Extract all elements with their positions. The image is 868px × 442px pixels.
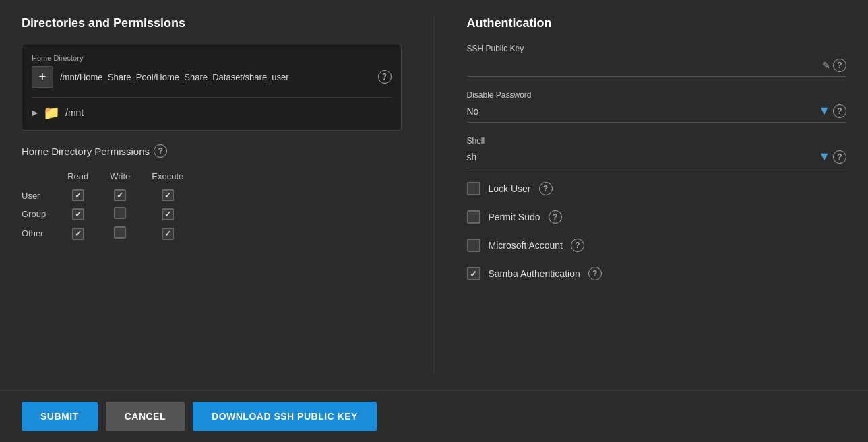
right-panel: Authentication SSH Public Key ✎ ? Disabl… — [467, 16, 847, 374]
shell-value: sh — [467, 152, 819, 162]
disable-password-dropdown-icon: ▼ — [818, 104, 830, 118]
lock-user-row: Lock User ? — [467, 182, 847, 195]
user-execute-checkbox[interactable] — [162, 189, 174, 201]
row-label-other: Other — [22, 224, 57, 243]
cancel-button[interactable]: CANCEL — [106, 402, 185, 431]
footer: SUBMIT CANCEL DOWNLOAD SSH PUBLIC KEY — [0, 390, 868, 442]
samba-auth-row: Samba Authentication ? — [467, 267, 847, 280]
other-execute-checkbox[interactable] — [162, 228, 174, 240]
shell-help-icon[interactable]: ? — [833, 150, 846, 164]
tree-arrow-icon[interactable]: ▶ — [32, 108, 38, 117]
permissions-title: Home Directory Permissions — [22, 146, 150, 157]
permit-sudo-row: Permit Sudo ? — [467, 210, 847, 224]
ssh-key-help-icon[interactable]: ? — [833, 59, 846, 72]
edit-icon: ✎ — [822, 60, 830, 71]
download-ssh-button[interactable]: DOWNLOAD SSH PUBLIC KEY — [193, 402, 377, 431]
permit-sudo-checkbox[interactable] — [467, 210, 480, 224]
folder-icon: 📁 — [43, 104, 60, 121]
permit-sudo-help-icon[interactable]: ? — [549, 210, 562, 224]
add-folder-button[interactable]: + — [32, 66, 53, 88]
other-write-checkbox[interactable] — [114, 226, 126, 239]
submit-button[interactable]: SUBMIT — [22, 402, 98, 431]
disable-password-label: Disable Password — [467, 90, 847, 100]
disable-password-field-group: Disable Password No ▼ ? — [467, 90, 847, 123]
permissions-table: Read Write Execute User Group — [22, 168, 194, 243]
ssh-key-field-group: SSH Public Key ✎ ? — [467, 44, 847, 77]
lock-user-checkbox[interactable] — [467, 182, 480, 195]
home-dir-label: Home Directory — [32, 54, 392, 62]
microsoft-account-row: Microsoft Account ? — [467, 239, 847, 252]
row-label-user: User — [22, 187, 57, 204]
user-read-checkbox[interactable] — [72, 189, 84, 201]
disable-password-select[interactable]: No ▼ ? — [467, 104, 847, 123]
permissions-help-icon[interactable]: ? — [154, 144, 167, 158]
mnt-dir-label: /mnt — [65, 107, 84, 118]
table-row: User — [22, 187, 194, 204]
left-panel: Directories and Permissions Home Directo… — [22, 16, 402, 374]
home-dir-path: /mnt/Home_Share_Pool/Home_Share_Dataset/… — [60, 72, 371, 82]
col-execute: Execute — [141, 168, 194, 187]
home-dir-help-icon[interactable]: ? — [378, 70, 392, 84]
lock-user-help-icon[interactable]: ? — [539, 182, 553, 195]
dir-tree-row: ▶ 📁 /mnt — [32, 97, 392, 121]
col-entity — [22, 168, 57, 187]
samba-auth-label: Samba Authentication — [489, 268, 580, 279]
ssh-key-input[interactable] — [467, 57, 823, 73]
row-label-group: Group — [22, 204, 57, 224]
table-row: Group — [22, 204, 194, 224]
disable-password-help-icon[interactable]: ? — [833, 104, 846, 118]
ssh-key-input-row: ✎ ? — [467, 57, 847, 77]
microsoft-account-help-icon[interactable]: ? — [571, 239, 584, 252]
group-write-checkbox[interactable] — [114, 207, 126, 219]
user-write-checkbox[interactable] — [114, 189, 126, 201]
col-read: Read — [57, 168, 99, 187]
microsoft-account-checkbox[interactable] — [467, 239, 480, 252]
permissions-header: Home Directory Permissions ? — [22, 144, 402, 158]
col-write: Write — [99, 168, 141, 187]
shell-field-group: Shell sh ▼ ? — [467, 136, 847, 168]
disable-password-value: No — [467, 106, 819, 117]
ssh-key-label: SSH Public Key — [467, 44, 847, 53]
shell-label: Shell — [467, 136, 847, 146]
directory-box: Home Directory + /mnt/Home_Share_Pool/Ho… — [22, 44, 402, 131]
table-row: Other — [22, 224, 194, 243]
permit-sudo-label: Permit Sudo — [489, 212, 540, 222]
shell-dropdown-icon: ▼ — [818, 150, 830, 164]
auth-title: Authentication — [467, 16, 847, 30]
microsoft-account-label: Microsoft Account — [489, 240, 563, 251]
other-read-checkbox[interactable] — [72, 228, 84, 240]
shell-select[interactable]: sh ▼ ? — [467, 150, 847, 168]
group-execute-checkbox[interactable] — [162, 208, 174, 220]
samba-auth-checkbox[interactable] — [467, 267, 480, 280]
lock-user-label: Lock User — [489, 183, 531, 194]
samba-auth-help-icon[interactable]: ? — [588, 267, 602, 280]
directories-title: Directories and Permissions — [22, 16, 402, 30]
group-read-checkbox[interactable] — [72, 208, 84, 220]
home-dir-row: + /mnt/Home_Share_Pool/Home_Share_Datase… — [32, 66, 392, 88]
panel-divider — [434, 16, 435, 374]
